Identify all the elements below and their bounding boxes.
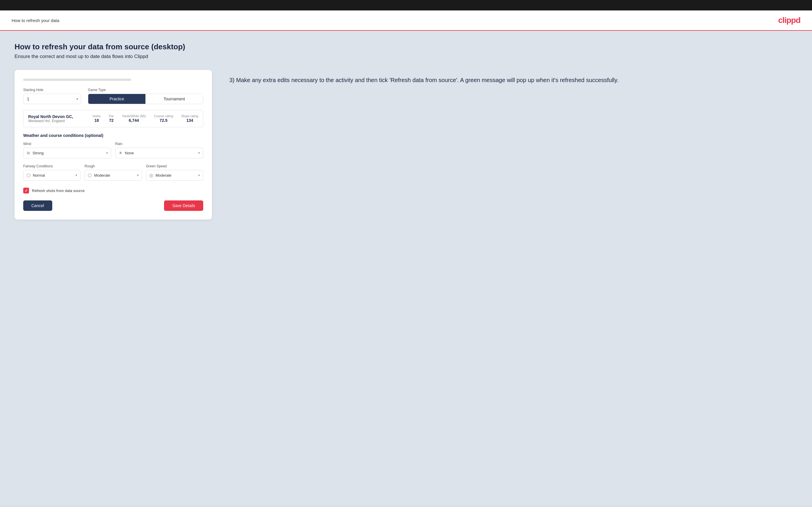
main-content: How to refresh your data from source (de… [0,31,812,506]
form-panel: Starting Hole 1 ▾ Game Type Practice Tou… [14,70,212,220]
fairway-icon: ⬡ [27,173,31,178]
yards-value: 6,744 [129,118,139,123]
holes-stat: Holes 18 [93,114,101,123]
rough-select[interactable]: Moderate [94,173,137,177]
yards-stat: Yards/White (M)) 6,744 [122,114,146,123]
top-placeholder [23,78,131,81]
game-type-group: Game Type Practice Tournament [88,88,203,104]
wind-chevron: ▾ [106,151,108,155]
hole-gametype-row: Starting Hole 1 ▾ Game Type Practice Tou… [23,88,203,104]
yards-label: Yards/White (M)) [122,114,146,118]
slope-rating-label: Slope rating [181,114,198,118]
side-description: 3) Make any extra edits necessary to the… [230,70,798,84]
game-type-buttons: Practice Tournament [88,94,203,104]
rain-label: Rain [115,142,203,146]
footer: Copyright Clippd 2022 [0,506,812,507]
rough-icon: ⬡ [88,173,92,178]
refresh-checkbox-label: Refresh shots from data source [32,188,85,193]
wind-group: Wind ≋ Strong ▾ [23,142,111,158]
wind-rain-row: Wind ≋ Strong ▾ Rain ☀ None [23,142,203,158]
fairway-rough-green-row: Fairway Conditions ⬡ Normal ▾ Rough ⬡ [23,164,203,181]
course-name: Royal North Devon GC, [28,114,87,119]
page-title: How to refresh your data from source (de… [14,42,798,51]
course-rating-value: 72.5 [160,118,167,123]
holes-value: 18 [94,118,99,123]
refresh-checkbox-row: ✓ Refresh shots from data source [23,188,203,193]
refresh-checkbox[interactable]: ✓ [23,188,29,193]
green-speed-select[interactable]: Moderate [156,173,198,177]
rain-group: Rain ☀ None ▾ [115,142,203,158]
rain-icon: ☀ [118,150,122,156]
logo: clippd [778,16,800,25]
fairway-chevron: ▾ [75,173,77,177]
slope-rating-value: 134 [186,118,193,123]
starting-hole-select[interactable]: 1 [23,94,81,104]
rough-label: Rough [85,164,142,168]
slope-rating-stat: Slope rating 134 [181,114,198,123]
rain-select-wrapper: ☀ None ▾ [115,148,203,158]
tournament-button[interactable]: Tournament [145,94,203,104]
save-button[interactable]: Save Details [164,201,203,211]
header: How to refresh your data clippd [0,10,812,31]
par-label: Par [109,114,114,118]
practice-button[interactable]: Practice [88,94,146,104]
course-rating-stat: Course rating 72.5 [154,114,173,123]
rough-group: Rough ⬡ Moderate ▾ [85,164,142,181]
starting-hole-group: Starting Hole 1 ▾ [23,88,81,104]
green-speed-group: Green Speed ◎ Moderate ▾ [146,164,203,181]
par-value: 72 [109,118,114,123]
conditions-section-title: Weather and course conditions (optional) [23,133,203,138]
content-area: Starting Hole 1 ▾ Game Type Practice Tou… [14,70,798,220]
cancel-button[interactable]: Cancel [23,201,52,211]
wind-label: Wind [23,142,111,146]
course-rating-label: Course rating [154,114,173,118]
course-location: Westward Ho!, England [28,119,87,123]
green-speed-chevron: ▾ [198,173,200,177]
rough-chevron: ▾ [137,173,139,177]
green-speed-label: Green Speed [146,164,203,168]
par-stat: Par 72 [109,114,114,123]
side-description-text: 3) Make any extra edits necessary to the… [230,76,798,84]
fairway-select[interactable]: Normal [33,173,75,177]
rough-select-wrapper: ⬡ Moderate ▾ [85,170,142,181]
wind-select-wrapper: ≋ Strong ▾ [23,148,111,158]
page-subtitle: Ensure the correct and most up to date d… [14,54,798,59]
fairway-select-wrapper: ⬡ Normal ▾ [23,170,81,181]
wind-icon: ≋ [27,150,30,156]
wind-select[interactable]: Strong [33,151,106,155]
starting-hole-label: Starting Hole [23,88,81,92]
rain-chevron: ▾ [198,151,200,155]
green-speed-icon: ◎ [149,173,153,178]
top-bar [0,0,812,10]
checkmark-icon: ✓ [25,188,28,193]
rain-select[interactable]: None [125,151,198,155]
course-info: Royal North Devon GC, Westward Ho!, Engl… [28,114,87,123]
course-card: Royal North Devon GC, Westward Ho!, Engl… [23,110,203,127]
fairway-group: Fairway Conditions ⬡ Normal ▾ [23,164,81,181]
action-buttons: Cancel Save Details [23,201,203,211]
holes-label: Holes [93,114,101,118]
course-stats: Holes 18 Par 72 Yards/White (M)) 6,744 C… [93,114,198,123]
green-speed-select-wrapper: ◎ Moderate ▾ [146,170,203,181]
fairway-label: Fairway Conditions [23,164,81,168]
game-type-label: Game Type [88,88,203,92]
breadcrumb: How to refresh your data [12,18,59,23]
starting-hole-select-wrapper: 1 ▾ [23,94,81,104]
